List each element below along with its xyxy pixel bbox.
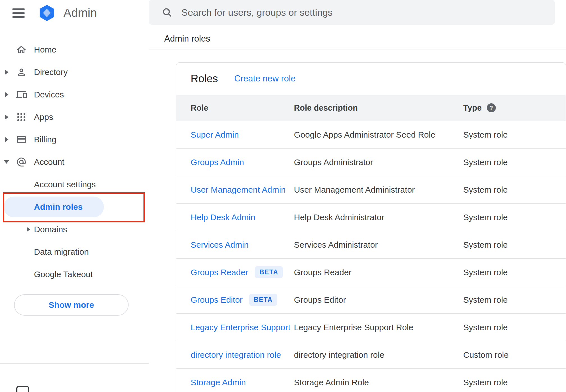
- role-type: System role: [463, 158, 566, 167]
- role-description: Groups Administrator: [294, 158, 463, 167]
- table-row: User Management Admin User Management Ad…: [176, 176, 566, 204]
- role-link[interactable]: User Management Admin: [191, 185, 286, 195]
- table-row: Groups Admin Groups Administrator System…: [176, 149, 566, 176]
- sidebar-item-label: Data migration: [34, 247, 89, 257]
- chevron-right-icon[interactable]: [5, 115, 8, 120]
- beta-badge: BETA: [255, 266, 283, 278]
- role-link[interactable]: Storage Admin: [191, 378, 246, 387]
- role-description: Storage Admin Role: [294, 378, 463, 387]
- apps-grid-icon: [16, 111, 27, 123]
- column-header-role: Role: [191, 103, 294, 113]
- sidebar-item-data-migration[interactable]: Data migration: [0, 241, 149, 263]
- chevron-right-icon[interactable]: [27, 227, 30, 232]
- chevron-down-icon[interactable]: [4, 160, 9, 164]
- role-description: Groups Editor: [294, 295, 463, 305]
- role-link[interactable]: Help Desk Admin: [191, 213, 255, 222]
- sidebar: Admin Home Directory Devices: [0, 0, 149, 392]
- sidebar-item-label: Apps: [34, 112, 53, 122]
- column-header-description: Role description: [294, 103, 463, 113]
- home-icon: [16, 44, 27, 55]
- role-type: System role: [463, 268, 566, 277]
- credit-card-icon: [16, 134, 27, 145]
- table-row: Legacy Enterprise Support Legacy Enterpr…: [176, 314, 566, 341]
- table-row: directory integration role directory int…: [176, 341, 566, 369]
- role-description: User Management Administrator: [294, 185, 463, 195]
- role-link[interactable]: Services Admin: [191, 240, 249, 250]
- beta-badge: BETA: [249, 294, 277, 306]
- sidebar-item-label: Home: [34, 45, 56, 54]
- sidebar-item-home[interactable]: Home: [0, 38, 149, 61]
- header-divider: [149, 49, 566, 49]
- role-link[interactable]: Groups Editor: [191, 295, 243, 305]
- sidebar-item-label: Devices: [34, 90, 64, 99]
- sidebar-item-label: Domains: [34, 225, 67, 234]
- hamburger-menu-icon[interactable]: [12, 8, 25, 18]
- sidebar-item-label: Directory: [34, 67, 68, 77]
- sidebar-header: Admin: [0, 0, 149, 26]
- role-type: System role: [463, 295, 566, 305]
- roles-card-header: Roles Create new role: [176, 63, 566, 95]
- search-input[interactable]: [181, 7, 546, 18]
- role-type: System role: [463, 240, 566, 250]
- breadcrumb: Admin roles: [164, 34, 210, 44]
- role-type: System role: [463, 323, 566, 332]
- sidebar-item-account[interactable]: Account: [0, 151, 149, 173]
- table-row: Services Admin Services Administrator Sy…: [176, 231, 566, 259]
- table-row: Super Admin Google Apps Administrator Se…: [176, 121, 566, 149]
- role-type: System role: [463, 213, 566, 222]
- at-sign-icon: [16, 156, 27, 168]
- role-description: Legacy Enterprise Support Role: [294, 323, 463, 332]
- devices-icon: [16, 89, 27, 100]
- role-type: System role: [463, 185, 566, 195]
- table-row: Groups EditorBETA Groups Editor System r…: [176, 286, 566, 314]
- chevron-right-icon[interactable]: [5, 70, 8, 75]
- admin-logo-icon: [38, 4, 56, 22]
- roles-table-header: Role Role description Type: [176, 95, 566, 121]
- roles-title: Roles: [191, 73, 218, 85]
- role-description: Google Apps Administrator Seed Role: [294, 130, 463, 140]
- sidebar-item-apps[interactable]: Apps: [0, 106, 149, 128]
- table-row: Help Desk Admin Help Desk Administrator …: [176, 204, 566, 231]
- create-new-role-link[interactable]: Create new role: [234, 74, 296, 84]
- role-link[interactable]: directory integration role: [191, 350, 281, 360]
- role-description: Help Desk Administrator: [294, 213, 463, 222]
- footer-partial-icon[interactable]: [16, 386, 29, 392]
- column-header-type-label: Type: [463, 103, 482, 113]
- sidebar-item-google-takeout[interactable]: Google Takeout: [0, 263, 149, 286]
- role-link[interactable]: Groups Admin: [191, 158, 244, 167]
- sidebar-item-label: Account settings: [34, 180, 96, 189]
- sidebar-item-billing[interactable]: Billing: [0, 128, 149, 151]
- chevron-right-icon[interactable]: [5, 92, 8, 97]
- role-link[interactable]: Legacy Enterprise Support: [191, 323, 290, 332]
- sidebar-item-devices[interactable]: Devices: [0, 83, 149, 106]
- sidebar-item-admin-roles[interactable]: Admin roles: [0, 196, 149, 218]
- role-description: Services Administrator: [294, 240, 463, 250]
- sidebar-item-label: Account: [34, 157, 64, 167]
- search-icon: [162, 7, 172, 18]
- show-more-button[interactable]: Show more: [14, 294, 129, 316]
- role-type: Custom role: [463, 350, 566, 360]
- table-row: Storage Admin Storage Admin Role System …: [176, 369, 566, 392]
- table-row: Groups ReaderBETA Groups Reader System r…: [176, 259, 566, 286]
- role-type: System role: [463, 130, 566, 140]
- search-bar[interactable]: [149, 0, 555, 25]
- role-description: Groups Reader: [294, 268, 463, 277]
- role-type: System role: [463, 378, 566, 387]
- app-title: Admin: [63, 6, 97, 20]
- sidebar-item-label: Billing: [34, 135, 56, 144]
- sidebar-item-label: Admin roles: [34, 202, 83, 212]
- sidebar-item-account-settings[interactable]: Account settings: [0, 173, 149, 196]
- roles-card: Roles Create new role Role Role descript…: [176, 62, 566, 392]
- sidebar-item-directory[interactable]: Directory: [0, 61, 149, 83]
- person-icon: [16, 67, 27, 78]
- role-link[interactable]: Groups Reader: [191, 268, 248, 277]
- column-header-type: Type: [463, 103, 566, 113]
- role-link[interactable]: Super Admin: [191, 130, 239, 140]
- sidebar-item-domains[interactable]: Domains: [0, 218, 149, 241]
- chevron-right-icon[interactable]: [5, 137, 8, 142]
- sidebar-footer-divider: [0, 363, 149, 364]
- sidebar-nav: Home Directory Devices: [0, 38, 149, 286]
- sidebar-item-label: Google Takeout: [34, 270, 93, 279]
- role-description: directory integration role: [294, 350, 463, 360]
- help-icon[interactable]: [487, 103, 496, 112]
